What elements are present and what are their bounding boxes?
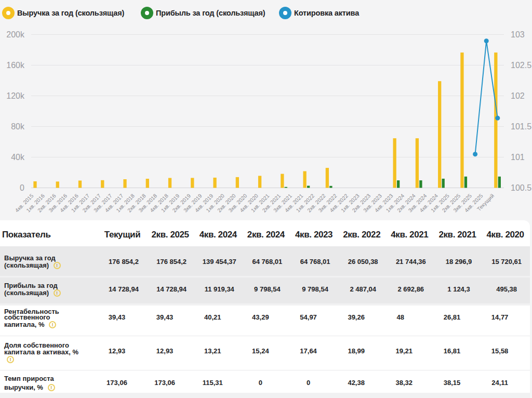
svg-text:102.5: 102.5 (511, 61, 531, 70)
svg-text:120k: 120k (6, 91, 25, 100)
svg-text:0: 0 (20, 183, 24, 192)
svg-text:102: 102 (511, 91, 525, 100)
svg-text:101: 101 (511, 153, 525, 162)
svg-text:80k: 80k (11, 122, 25, 131)
svg-text:101.5: 101.5 (511, 122, 531, 131)
svg-text:40k: 40k (11, 153, 25, 162)
svg-text:160k: 160k (6, 61, 25, 70)
svg-text:100.5: 100.5 (511, 183, 531, 192)
svg-text:103: 103 (511, 30, 525, 39)
svg-text:200k: 200k (6, 30, 25, 39)
